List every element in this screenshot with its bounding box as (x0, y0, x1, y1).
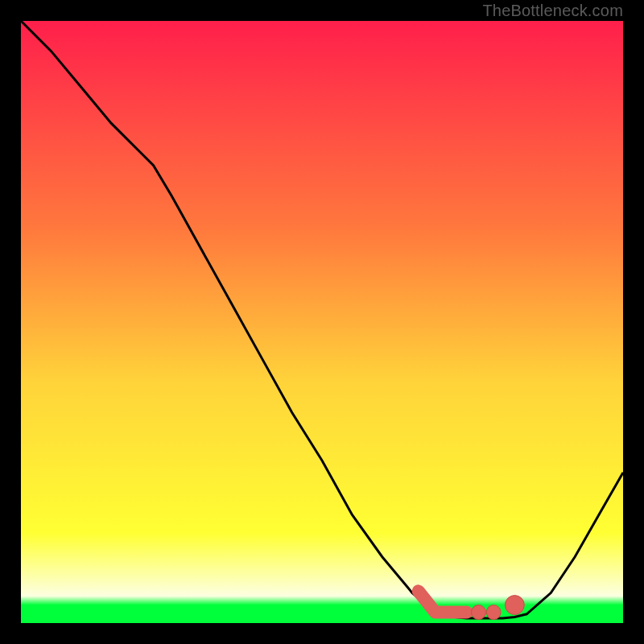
chart-svg (21, 21, 623, 623)
marker-dot (505, 596, 524, 615)
marker-dot (472, 605, 486, 620)
chart-frame (21, 21, 623, 623)
watermark-text: TheBottleneck.com (482, 0, 623, 23)
gradient-background (21, 21, 623, 623)
marker-dot (486, 605, 501, 620)
